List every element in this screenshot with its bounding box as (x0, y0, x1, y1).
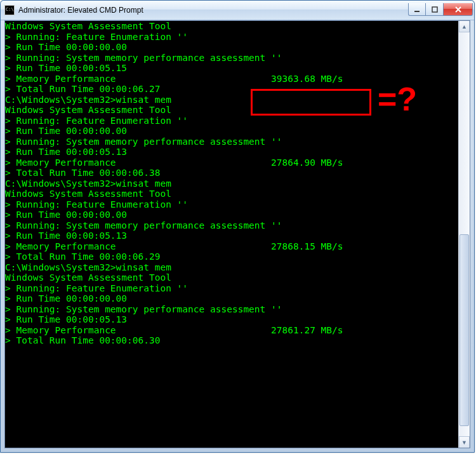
window-buttons (408, 3, 473, 16)
scroll-thumb[interactable] (459, 234, 469, 426)
console-line: > Memory Performance 27868.15 MB/s (5, 241, 459, 252)
maximize-button[interactable] (426, 3, 444, 16)
console-line: > Run Time 00:00:00.00 (5, 210, 459, 220)
client-area: Windows System Assessment Tool> Running:… (4, 20, 470, 448)
close-button[interactable] (444, 3, 473, 16)
console-line: > Total Run Time 00:00:06.29 (5, 251, 459, 262)
console-line: > Running: System memory performance ass… (5, 53, 459, 63)
console-line: > Memory Performance 39363.68 MB/s (5, 74, 459, 84)
vertical-scrollbar[interactable]: ▲ ▼ (458, 21, 470, 448)
console-line: Windows System Assessment Tool (5, 105, 459, 116)
chevron-down-icon: ▼ (461, 439, 467, 446)
console-line: > Running: Feature Enumeration '' (5, 199, 459, 210)
console-line: Windows System Assessment Tool (5, 272, 459, 283)
chevron-up-icon: ▲ (461, 23, 467, 30)
console-line: > Running: Feature Enumeration '' (5, 283, 459, 294)
cmd-icon: C:\ (4, 5, 15, 15)
console-line: C:\Windows\System32>winsat mem (5, 178, 459, 189)
console-line: > Memory Performance 27864.90 MB/s (5, 157, 459, 168)
console-line: > Run Time 00:00:05.13 (5, 230, 459, 241)
console-line: > Running: System memory performance ass… (5, 137, 459, 147)
svg-rect-4 (432, 7, 437, 12)
console-line: Windows System Assessment Tool (5, 21, 459, 32)
console-line: Windows System Assessment Tool (5, 189, 459, 199)
window-title: Administrator: Elevated CMD Prompt (18, 6, 408, 15)
console-line: > Run Time 00:00:05.15 (5, 63, 459, 74)
window-frame: C:\ Administrator: Elevated CMD Prompt W… (0, 0, 475, 453)
svg-text:C:\: C:\ (6, 7, 14, 12)
console-line: C:\Windows\System32>winsat mem (5, 262, 459, 273)
console-line: > Run Time 00:00:00.00 (5, 293, 459, 304)
console-line: C:\Windows\System32>winsat mem (5, 95, 459, 105)
console-line: > Run Time 00:00:05.13 (5, 314, 459, 325)
console-line: > Running: Feature Enumeration '' (5, 116, 459, 126)
maximize-icon (432, 6, 438, 13)
console-line: > Run Time 00:00:00.00 (5, 42, 459, 53)
minimize-icon (414, 6, 420, 13)
console-line: > Running: Feature Enumeration '' (5, 32, 459, 43)
minimize-button[interactable] (408, 3, 426, 16)
scroll-down-button[interactable]: ▼ (459, 436, 470, 448)
close-icon (454, 6, 462, 13)
console-line: > Run Time 00:00:00.00 (5, 126, 459, 137)
console-line: > Total Run Time 00:00:06.38 (5, 168, 459, 178)
console-line: > Memory Performance 27861.27 MB/s (5, 325, 459, 336)
scroll-up-button[interactable]: ▲ (459, 21, 470, 32)
console-line: > Total Run Time 00:00:06.30 (5, 335, 459, 346)
console-line: > Running: System memory performance ass… (5, 304, 459, 315)
titlebar[interactable]: C:\ Administrator: Elevated CMD Prompt (1, 1, 474, 20)
console-line: > Running: System memory performance ass… (5, 220, 459, 231)
console-output[interactable]: Windows System Assessment Tool> Running:… (5, 21, 459, 448)
console-line: > Total Run Time 00:00:06.27 (5, 84, 459, 95)
svg-rect-3 (414, 11, 420, 12)
console-line: > Run Time 00:00:05.13 (5, 147, 459, 157)
